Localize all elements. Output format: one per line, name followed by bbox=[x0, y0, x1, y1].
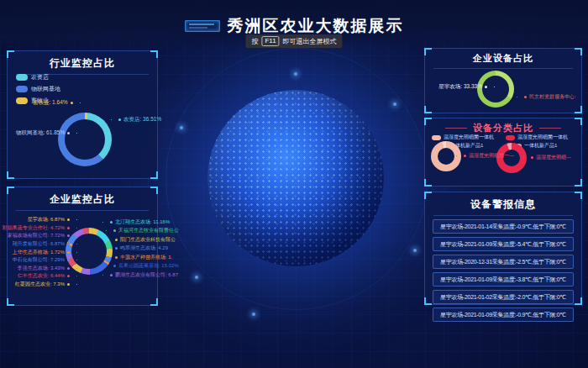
pie-label: 红菱园生态农业: 7.3% bbox=[15, 281, 70, 287]
panel-title: 行业监控占比 bbox=[16, 56, 149, 75]
f11-key: F11 bbox=[261, 36, 279, 46]
alarm-row: 星宇农场-2021-01-09采集温度:-5.4℃,低于下限:0℃ bbox=[433, 237, 574, 251]
pie-label: 上华生态养殖场: 1.72% bbox=[13, 249, 70, 255]
legend-label: 一体机新产品1 bbox=[524, 142, 557, 150]
dashboard: 秀洲区农业大数据展示 按 F11 即可退出全屏模式 行业监控占比 农资店 物联网… bbox=[0, 0, 588, 368]
legend-label: 温湿度光照细菌一体机 bbox=[517, 134, 568, 141]
alarm-row: 星宇农场-2021-01-09采集温度:-0.9℃,低于下限:0℃ bbox=[433, 308, 574, 322]
panel-industry-ratio: 行业监控占比 农资店 物联网基地 畜牧业 畜牧业: 1.64% 农资店: 36.… bbox=[7, 50, 158, 179]
logo-badge bbox=[185, 20, 220, 32]
pie-label: 北汀翔生态农场: 11.16% bbox=[110, 218, 170, 225]
legend-label: 物联网基地 bbox=[31, 85, 60, 93]
pie-label: 彩娟果蔬专业合作社: 4.72% bbox=[3, 224, 70, 231]
header: 秀洲区农业大数据展示 按 F11 即可退出全屏模式 bbox=[0, 0, 588, 47]
panel-device-alarms: 设备警报信息 星宇农场-2021-01-14采集温度:-0.9℃,低于下限:0℃… bbox=[424, 192, 582, 305]
fullscreen-tooltip: 按 F11 即可退出全屏模式 bbox=[245, 34, 342, 48]
particle bbox=[195, 276, 198, 279]
alarm-row: 星宇农场-2020-12-31采集温度:-2.5℃,低于下限:0℃ bbox=[433, 255, 574, 269]
pie-label: 李强生态农场: 3.43% bbox=[18, 265, 70, 271]
pie-label: 畜牧业: 1.64% bbox=[33, 99, 73, 106]
panel-title: 设备警报信息 bbox=[433, 197, 573, 216]
legend-swatch bbox=[16, 74, 28, 81]
pie-label: 星宇农场: 6.87% bbox=[28, 216, 70, 223]
pie-label: 天福河生态牧业有限责任公 bbox=[113, 227, 179, 234]
pie-label: 丰源水产种苗养殖场: 1. bbox=[115, 254, 172, 260]
donut-hole bbox=[71, 234, 107, 269]
pie-label: 瓜果沁园蔬菜基地: 15.02% bbox=[113, 262, 179, 269]
particle bbox=[180, 126, 183, 129]
panel-title: 企业监控占比 bbox=[16, 192, 149, 211]
pie-label: 民主村党群服务中心: bbox=[524, 93, 576, 100]
panel-equipment-ratio: 企业设备占比 星宇农场: 33.33% 民主村党群服务中心: bbox=[424, 48, 582, 113]
industry-donut-chart[interactable] bbox=[58, 113, 112, 166]
device-class-left-donut[interactable] bbox=[431, 141, 461, 171]
legend-item[interactable]: 温湿度光照细菌一体机 bbox=[432, 134, 494, 141]
legend-swatch bbox=[16, 97, 28, 104]
donut-hole bbox=[65, 119, 105, 160]
pie-label: 阳门生态农业科技有限公 bbox=[115, 236, 176, 243]
legend-item[interactable]: 物联网基地 bbox=[16, 85, 60, 93]
legend-item[interactable]: 农资店 bbox=[16, 73, 60, 81]
particle bbox=[294, 72, 297, 76]
legend-swatch bbox=[16, 86, 28, 92]
particle bbox=[413, 249, 417, 252]
legend-item[interactable]: 温湿度光照细菌一体机 bbox=[506, 134, 568, 141]
pie-label: 星宇农场: 33.33% bbox=[438, 83, 487, 90]
alarm-row: 星宇农场-2021-01-14采集温度:-0.9℃,低于下限:0℃ bbox=[433, 219, 574, 234]
particle bbox=[393, 103, 396, 106]
pie-label: 温湿度光照细菌一— bbox=[464, 152, 514, 159]
pie-label: 鸣翠湖生态农场: 4.29 bbox=[115, 244, 168, 251]
legend-label: 温湿度光照细菌一体机 bbox=[444, 134, 494, 141]
legend-label: 农资店 bbox=[31, 73, 49, 81]
pie-label: 温湿度光照细— bbox=[531, 154, 571, 160]
tooltip-prefix: 按 bbox=[251, 37, 258, 46]
pie-label: 家福农场有限公司: 7.72% bbox=[8, 232, 70, 239]
alarm-row: 星宇农场-2021-01-09采集温度:-3.8℃,低于下限:0℃ bbox=[433, 272, 574, 287]
pie-label: 翔升发有限公司: 6.87% bbox=[13, 240, 70, 247]
pie-label: 仁丰生态农业: 6.44% bbox=[18, 272, 70, 279]
pie-label: 物联网基地: 61.85% bbox=[16, 129, 70, 136]
legend-swatch bbox=[506, 135, 515, 140]
globe-visualization[interactable] bbox=[207, 90, 384, 266]
pie-label: 中石化有限公司: 7.29% bbox=[13, 256, 70, 263]
tooltip-suffix: 即可退出全屏模式 bbox=[283, 37, 337, 46]
pie-label: 农资店: 36.51% bbox=[118, 116, 161, 123]
alarm-row: 星宇农场-2021-01-02采集温度:-2.0℃,低于下限:0℃ bbox=[433, 290, 574, 304]
legend-swatch bbox=[432, 135, 441, 140]
enterprise-donut-chart[interactable] bbox=[66, 228, 113, 275]
pie-label: 鹏湖生态农业有限公司: 6.87 bbox=[110, 271, 178, 278]
donut-hole bbox=[438, 148, 454, 165]
panel-title: 企业设备占比 bbox=[433, 52, 573, 69]
particle bbox=[252, 313, 255, 316]
panel-enterprise-ratio: 企业监控占比 星宇农场: 6.87% 彩娟果蔬专业合作社: 4.72% 家福农场… bbox=[7, 187, 158, 306]
panel-device-class-ratio: 设备分类占比 温湿度光照细菌一体机 一体机新产品1 温湿度光照细菌一体机 一体机… bbox=[424, 118, 582, 187]
